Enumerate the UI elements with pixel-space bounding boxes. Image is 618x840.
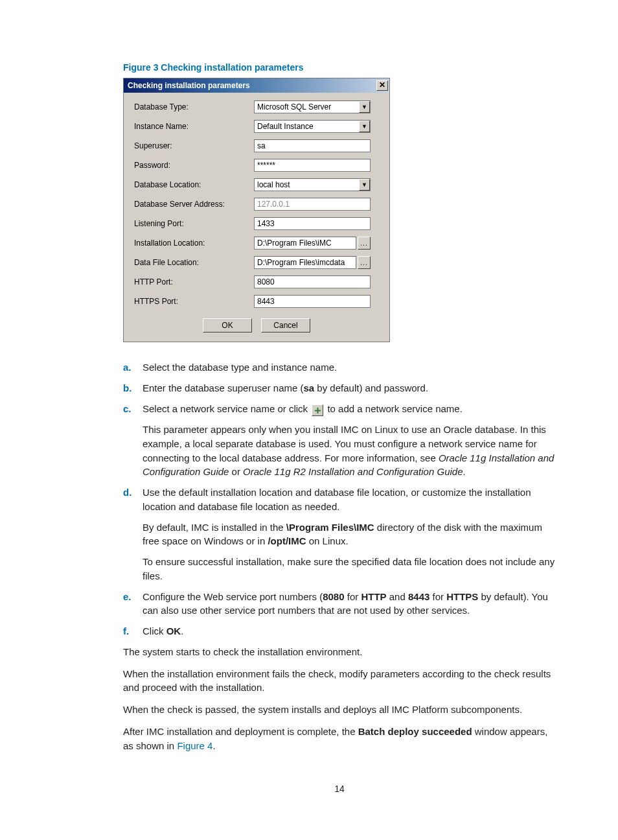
steps-list: a. Select the database type and instance… — [123, 360, 556, 638]
db-type-label: Database Type: — [134, 102, 254, 111]
page-number: 14 — [123, 784, 556, 794]
browse-button[interactable]: ... — [358, 237, 371, 250]
step-d-p3: To ensure successful installation, make … — [143, 555, 556, 583]
step-f: f. Click OK. — [123, 624, 556, 638]
dialog-title: Checking installation parameters — [128, 81, 376, 90]
browse-button[interactable]: ... — [358, 256, 371, 269]
listen-port-label: Listening Port: — [134, 219, 254, 228]
db-type-value: Microsoft SQL Server — [257, 102, 359, 111]
install-params-dialog: Checking installation parameters ✕ Datab… — [123, 78, 390, 342]
close-icon[interactable]: ✕ — [376, 80, 388, 91]
step-d-p1: Use the default installation location an… — [143, 485, 556, 514]
step-c-para2: This parameter appears only when you ins… — [143, 423, 556, 479]
row-https-port: HTTPS Port: 8443 — [134, 295, 379, 308]
row-db-addr: Database Server Address: 127.0.0.1 — [134, 198, 379, 211]
data-loc-label: Data File Location: — [134, 258, 254, 267]
step-f-text: Click OK. — [143, 624, 556, 638]
chevron-down-icon[interactable]: ▼ — [359, 101, 370, 113]
figure4-link[interactable]: Figure 4 — [177, 740, 212, 751]
http-port-label: HTTP Port: — [134, 277, 254, 286]
row-superuser: Superuser: sa — [134, 139, 379, 152]
dialog-button-bar: OK Cancel — [134, 318, 379, 332]
row-instance: Instance Name: Default Instance ▼ — [134, 120, 379, 133]
superuser-label: Superuser: — [134, 141, 254, 150]
https-port-label: HTTPS Port: — [134, 297, 254, 306]
password-input[interactable]: ****** — [254, 159, 371, 172]
instance-combo[interactable]: Default Instance ▼ — [254, 120, 371, 133]
step-marker: e. — [123, 590, 143, 618]
chevron-down-icon[interactable]: ▼ — [359, 179, 370, 191]
row-listen-port: Listening Port: 1433 — [134, 217, 379, 230]
page: Figure 3 Checking installation parameter… — [0, 0, 618, 820]
listen-port-input[interactable]: 1433 — [254, 217, 371, 230]
install-loc-label: Installation Location: — [134, 239, 254, 248]
instance-value: Default Instance — [257, 122, 359, 131]
step-c: c. Select a network service name or clic… — [123, 402, 556, 480]
body-p4: After IMC installation and deployment is… — [123, 725, 556, 753]
http-port-input[interactable]: 8080 — [254, 275, 371, 288]
row-data-loc: Data File Location: D:\Program Files\imc… — [134, 256, 379, 269]
dialog-titlebar: Checking installation parameters ✕ — [124, 78, 389, 93]
svg-rect-1 — [315, 410, 321, 411]
body-p3: When the check is passed, the system ins… — [123, 703, 556, 717]
step-c-line1: Select a network service name or click t… — [143, 402, 556, 417]
step-d: d. Use the default installation location… — [123, 485, 556, 583]
step-marker: b. — [123, 381, 143, 395]
db-loc-combo[interactable]: local host ▼ — [254, 178, 371, 191]
step-marker: c. — [123, 402, 143, 480]
dialog-body: Database Type: Microsoft SQL Server ▼ In… — [124, 93, 389, 342]
step-e-text: Configure the Web service port numbers (… — [143, 590, 556, 618]
cancel-button[interactable]: Cancel — [261, 318, 310, 332]
row-http-port: HTTP Port: 8080 — [134, 275, 379, 288]
row-db-type: Database Type: Microsoft SQL Server ▼ — [134, 100, 379, 113]
step-a: a. Select the database type and instance… — [123, 360, 556, 375]
db-addr-label: Database Server Address: — [134, 200, 254, 209]
body-p1: The system starts to check the installat… — [123, 645, 556, 659]
step-d-p2: By default, IMC is installed in the \Pro… — [143, 520, 556, 549]
row-db-loc: Database Location: local host ▼ — [134, 178, 379, 191]
plus-icon[interactable] — [312, 404, 323, 416]
data-loc-input[interactable]: D:\Program Files\imcdata — [254, 256, 356, 269]
password-label: Password: — [134, 161, 254, 170]
superuser-input[interactable]: sa — [254, 139, 371, 152]
step-marker: d. — [123, 485, 143, 583]
chevron-down-icon[interactable]: ▼ — [359, 121, 370, 132]
body-p2: When the installation environment fails … — [123, 667, 556, 695]
step-b: b. Enter the database superuser name (sa… — [123, 381, 556, 395]
https-port-input[interactable]: 8443 — [254, 295, 371, 308]
install-loc-input[interactable]: D:\Program Files\iMC — [254, 237, 356, 250]
row-install-loc: Installation Location: D:\Program Files\… — [134, 237, 379, 250]
step-marker: f. — [123, 624, 143, 638]
db-loc-value: local host — [257, 180, 359, 189]
db-addr-input: 127.0.0.1 — [254, 198, 371, 211]
row-password: Password: ****** — [134, 159, 379, 172]
ok-button[interactable]: OK — [203, 318, 252, 332]
step-marker: a. — [123, 360, 143, 375]
step-e: e. Configure the Web service port number… — [123, 590, 556, 618]
instance-label: Instance Name: — [134, 122, 254, 131]
db-loc-label: Database Location: — [134, 180, 254, 189]
step-a-text: Select the database type and instance na… — [143, 360, 556, 375]
figure-caption: Figure 3 Checking installation parameter… — [123, 62, 556, 73]
step-b-text: Enter the database superuser name (sa by… — [143, 381, 556, 395]
db-type-combo[interactable]: Microsoft SQL Server ▼ — [254, 100, 371, 113]
